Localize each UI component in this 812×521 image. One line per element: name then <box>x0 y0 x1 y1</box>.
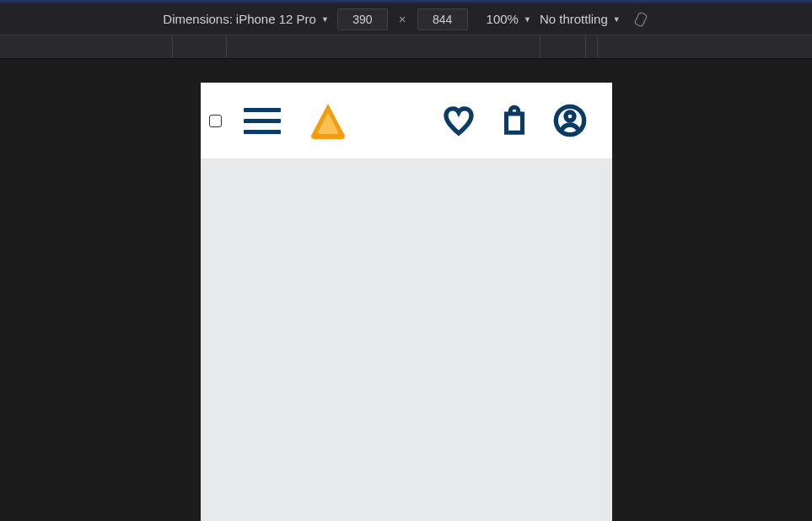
dimension-separator: × <box>396 12 409 26</box>
svg-point-2 <box>566 112 574 121</box>
ruler-bar <box>0 35 812 59</box>
inspect-checkbox[interactable] <box>209 115 222 127</box>
device-toolbar: Dimensions: iPhone 12 Pro ▼ × 100% ▼ No … <box>0 3 812 35</box>
zoom-value: 100% <box>487 12 519 26</box>
svg-rect-0 <box>634 12 647 27</box>
chevron-down-icon: ▼ <box>613 15 621 24</box>
rotate-icon[interactable] <box>632 11 649 28</box>
width-input[interactable] <box>337 8 388 30</box>
brand-logo[interactable] <box>308 100 348 141</box>
chevron-down-icon: ▼ <box>524 15 531 24</box>
account-button[interactable] <box>551 102 589 139</box>
cart-button[interactable] <box>496 102 533 139</box>
header-divider <box>201 158 612 159</box>
dimensions-label: Dimensions: <box>163 12 233 26</box>
height-input[interactable] <box>417 8 468 30</box>
throttling-value: No throttling <box>540 12 608 26</box>
viewport-area <box>0 59 812 521</box>
chevron-down-icon: ▼ <box>321 15 329 24</box>
app-header <box>201 83 612 158</box>
menu-button[interactable] <box>244 108 281 134</box>
device-name: iPhone 12 Pro <box>236 12 316 26</box>
favorites-button[interactable] <box>440 102 477 139</box>
throttling-dropdown[interactable]: No throttling ▼ <box>540 12 621 26</box>
device-frame <box>201 83 612 521</box>
dimensions-dropdown[interactable]: Dimensions: iPhone 12 Pro ▼ <box>163 12 329 26</box>
zoom-dropdown[interactable]: 100% ▼ <box>487 12 531 26</box>
